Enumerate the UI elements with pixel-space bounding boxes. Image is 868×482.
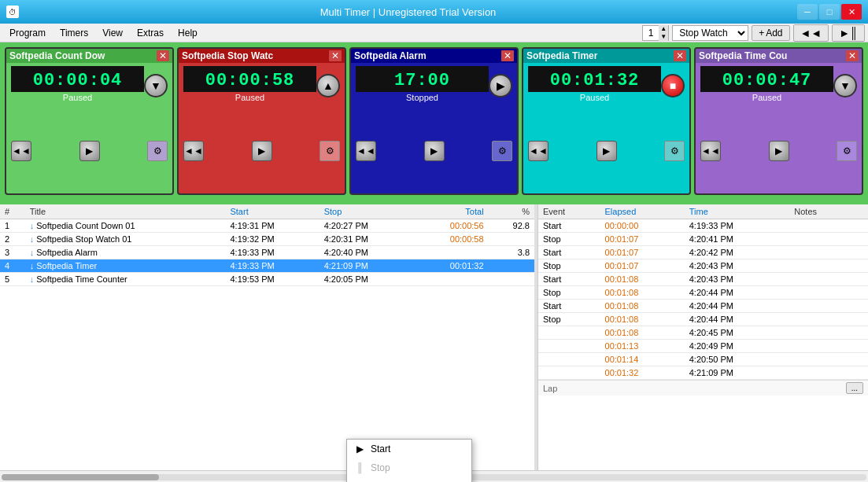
- lap-details-button[interactable]: ...: [846, 382, 863, 394]
- time-cell: 4:20:43 PM: [685, 259, 790, 273]
- timer-header-4: Softpedia Timer ✕: [523, 49, 689, 63]
- menu-extras[interactable]: Extras: [131, 26, 170, 40]
- timer-close-2[interactable]: ✕: [329, 50, 342, 61]
- timer-display-1: 00:00:04: [11, 66, 144, 92]
- menu-help[interactable]: Help: [172, 26, 204, 40]
- timer-rewind-5[interactable]: ◄◄: [700, 141, 721, 161]
- spinner-up[interactable]: ▲: [659, 25, 668, 33]
- timer-dir-btn-5[interactable]: ▼: [833, 74, 857, 98]
- timer-play-5[interactable]: ▶: [769, 141, 789, 161]
- cell-title: ↓ Softpedia Count Down 01: [25, 219, 226, 233]
- timer-play-1[interactable]: ▶: [79, 141, 100, 161]
- table-row[interactable]: 1 ↓ Softpedia Count Down 01 4:19:31 PM 4…: [0, 219, 534, 233]
- window-title: Multi Timer | Unregistered Trial Version: [19, 6, 797, 18]
- timer-dir-btn-1[interactable]: ▼: [144, 74, 168, 98]
- scroll-thumb[interactable]: [2, 474, 159, 480]
- event-log-table: Event Elapsed Time Notes Start 00:00:00 …: [538, 204, 868, 380]
- timer-rewind-4[interactable]: ◄◄: [528, 141, 549, 161]
- timer-stop-btn-4[interactable]: ■: [661, 74, 685, 98]
- cell-pct: [489, 233, 534, 246]
- table-row[interactable]: 3 ↓ Softpedia Alarm 4:19:33 PM 4:20:40 P…: [0, 246, 534, 259]
- start-icon: ▶: [353, 443, 366, 455]
- timer-settings-4[interactable]: ⚙: [664, 141, 685, 161]
- add-button[interactable]: + Add: [752, 25, 789, 41]
- elapsed-cell: 00:01:07: [600, 259, 685, 273]
- event-cell: Start: [538, 300, 600, 313]
- timer-settings-1[interactable]: ⚙: [147, 141, 168, 161]
- elapsed-cell: 00:01:08: [600, 286, 685, 300]
- timer-settings-2[interactable]: ⚙: [319, 141, 340, 161]
- timer-status-4: Paused: [528, 92, 661, 105]
- timer-play-4[interactable]: ▶: [597, 141, 617, 161]
- cell-num: 3: [0, 246, 25, 259]
- table-row[interactable]: 4 ↓ Softpedia Timer 4:19:33 PM 4:21:09 P…: [0, 259, 534, 273]
- rewind-all-button[interactable]: ◄◄: [793, 24, 829, 42]
- maximize-button[interactable]: □: [819, 4, 840, 20]
- menu-right: 1 ▲ ▼ Stop Watch Count Down Alarm + Add …: [642, 24, 865, 42]
- ctx-stop[interactable]: ║ Stop: [347, 458, 471, 477]
- playpause-all-button[interactable]: ►║: [832, 24, 865, 42]
- timer-close-3[interactable]: ✕: [501, 50, 514, 61]
- timer-dir-btn-2[interactable]: ▲: [316, 74, 340, 98]
- event-log-area[interactable]: Event Elapsed Time Notes Start 00:00:00 …: [537, 204, 868, 470]
- menu-view[interactable]: View: [96, 26, 129, 40]
- col-total: Total: [413, 204, 489, 219]
- time-cell: 4:20:49 PM: [685, 340, 790, 353]
- col-start: Start: [225, 204, 319, 219]
- time-cell: 4:20:43 PM: [685, 273, 790, 286]
- minimize-button[interactable]: ─: [797, 4, 818, 20]
- timer-panel-5: Softpedia Time Cou ✕ 00:00:47 Paused ▼ ◄…: [694, 47, 863, 195]
- timer-close-4[interactable]: ✕: [674, 50, 686, 61]
- cell-start: 4:19:53 PM: [225, 273, 319, 286]
- elapsed-cell: 00:01:08: [600, 273, 685, 286]
- col-stop: Stop: [319, 204, 413, 219]
- cell-total: 00:00:56: [413, 219, 489, 233]
- ctx-reset[interactable]: ◄◄ Reset: [347, 477, 471, 482]
- timer-play-2[interactable]: ▶: [252, 141, 272, 161]
- window-controls: ─ □ ✕: [797, 4, 862, 20]
- timer-dir-btn-3[interactable]: ▶: [489, 74, 512, 98]
- timer-rewind-3[interactable]: ◄◄: [356, 141, 376, 161]
- main-table-area[interactable]: # Title Start Stop Total % 1 ↓ Softpedia…: [0, 204, 534, 470]
- table-row[interactable]: 5 ↓ Softpedia Time Counter 4:19:53 PM 4:…: [0, 273, 534, 286]
- col-elapsed: Elapsed: [600, 204, 685, 219]
- event-row: 00:01:08 4:20:45 PM: [538, 326, 868, 340]
- timer-settings-5[interactable]: ⚙: [837, 141, 857, 161]
- timer-rewind-2[interactable]: ◄◄: [183, 141, 204, 161]
- timer-close-5[interactable]: ✕: [846, 50, 859, 61]
- event-cell: Stop: [538, 313, 600, 326]
- event-row: Start 00:01:07 4:20:42 PM: [538, 246, 868, 259]
- title-bar: ⏱ Multi Timer | Unregistered Trial Versi…: [0, 0, 868, 24]
- cell-num: 2: [0, 233, 25, 246]
- cell-title: ↓ Softpedia Timer: [25, 259, 226, 273]
- timer-display-3: 17:00: [356, 66, 489, 92]
- close-button[interactable]: ✕: [841, 4, 862, 20]
- table-row[interactable]: 2 ↓ Softpedia Stop Watch 01 4:19:32 PM 4…: [0, 233, 534, 246]
- timer-rewind-1[interactable]: ◄◄: [11, 141, 31, 161]
- menu-timers[interactable]: Timers: [54, 26, 94, 40]
- event-row: Start 00:01:08 4:20:43 PM: [538, 273, 868, 286]
- event-cell: Start: [538, 246, 600, 259]
- col-num: #: [0, 204, 25, 219]
- spinner-arrows[interactable]: ▲ ▼: [659, 25, 668, 41]
- cell-start: 4:19:33 PM: [225, 246, 319, 259]
- menu-bar: Program Timers View Extras Help 1 ▲ ▼ St…: [0, 24, 868, 42]
- timer-settings-3[interactable]: ⚙: [492, 141, 512, 161]
- lap-area: Lap ...: [538, 380, 868, 396]
- timer-panel-2: Softpedia Stop Watc ✕ 00:00:58 Paused ▲ …: [177, 47, 346, 195]
- event-row: Stop 00:01:07 4:20:41 PM: [538, 233, 868, 246]
- spinner-down[interactable]: ▼: [659, 33, 668, 41]
- count-spinner[interactable]: 1 ▲ ▼: [642, 25, 669, 41]
- elapsed-cell: 00:01:08: [600, 326, 685, 340]
- timer-close-1[interactable]: ✕: [157, 50, 169, 61]
- timer-display-2: 00:00:58: [183, 66, 316, 92]
- timer-controls-3: ◄◄ ▶ ⚙: [351, 108, 517, 193]
- menu-program[interactable]: Program: [3, 26, 52, 40]
- timer-play-3[interactable]: ▶: [424, 141, 445, 161]
- ctx-start[interactable]: ▶ Start: [347, 440, 471, 458]
- cell-total: 00:00:58: [413, 233, 489, 246]
- cell-start: 4:19:33 PM: [225, 259, 319, 273]
- timer-type-select[interactable]: Stop Watch Count Down Alarm: [672, 25, 748, 41]
- time-cell: 4:20:41 PM: [685, 233, 790, 246]
- event-row: Stop 00:01:08 4:20:44 PM: [538, 286, 868, 300]
